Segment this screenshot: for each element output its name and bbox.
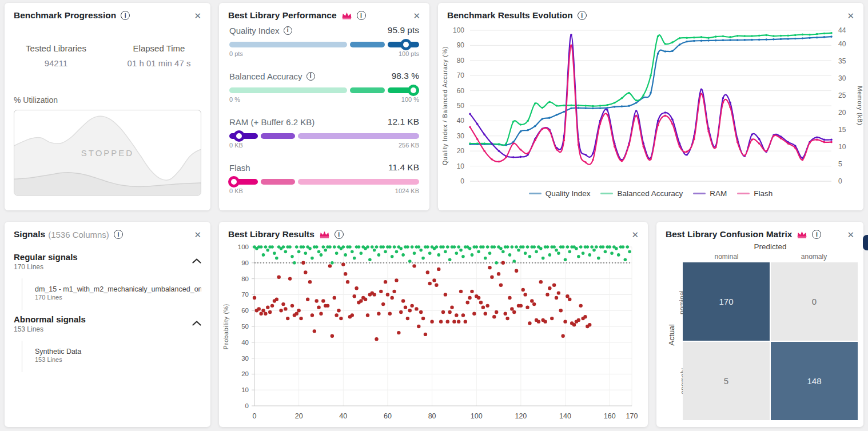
slider-max-label: 256 KB (399, 142, 419, 149)
svg-text:20: 20 (838, 109, 846, 117)
metric-ram: RAM (+ Buffer 6.2 KB) i 12.1 KB 0 KB 256… (229, 117, 419, 149)
legend-label: Flash (754, 189, 773, 198)
confusion-matrix-grid: 17005148 (683, 262, 858, 420)
svg-text:120: 120 (515, 412, 527, 420)
legend-item-flash[interactable]: Flash (737, 189, 773, 198)
signals-tree: dm_15 - m1_with_m2_mechanicaly_umbalance… (22, 278, 201, 310)
info-icon[interactable]: i (114, 230, 123, 239)
chevron-up-icon[interactable] (192, 256, 201, 266)
svg-text:10: 10 (241, 386, 249, 393)
signal-file-name: dm_15 - m1_with_m2_mechanicaly_umbalance… (35, 285, 201, 293)
edge-drawer-tab[interactable] (863, 235, 868, 250)
info-icon[interactable]: i (357, 11, 366, 20)
legend-swatch (529, 193, 541, 195)
actual-axis-title: Actual (667, 324, 676, 346)
stat-elapsed-time: Elapsed Time 01 h 01 min 47 s (107, 43, 210, 68)
panel-best-library-results: Best Library Results i ✕ 010203040506070… (219, 222, 648, 427)
ram-slider[interactable] (229, 133, 419, 139)
info-icon[interactable]: i (335, 230, 344, 239)
info-icon[interactable]: i (121, 11, 130, 20)
status-badge: STOPPED (14, 148, 201, 158)
svg-text:25: 25 (838, 91, 846, 99)
svg-text:15: 15 (838, 126, 846, 134)
flash-slider[interactable] (229, 179, 419, 185)
slider-knob[interactable] (233, 130, 245, 142)
svg-text:Memory (kB): Memory (kB) (857, 86, 863, 126)
signals-section-abnormal: Abnormal signals 153 Lines Synthetic Dat… (14, 314, 201, 372)
svg-text:90: 90 (457, 41, 465, 49)
legend-item-balanced-accuracy[interactable]: Balanced Accuracy (600, 189, 683, 198)
slider-knob[interactable] (408, 85, 419, 96)
slider-segment (350, 87, 385, 93)
info-icon[interactable]: i (306, 72, 315, 81)
svg-text:10: 10 (838, 143, 846, 151)
signal-file-name: Synthetic Data (35, 348, 201, 356)
slider-knob[interactable] (228, 176, 240, 187)
svg-text:40: 40 (241, 339, 249, 346)
signals-tree: Synthetic Data 153 Lines (22, 341, 201, 372)
slider-segment (261, 133, 295, 139)
slider-max-label: 100 pts (399, 50, 419, 57)
svg-text:30: 30 (457, 132, 465, 140)
close-icon[interactable]: ✕ (194, 11, 201, 20)
svg-text:160: 160 (604, 412, 616, 420)
section-title: Regular signals (14, 252, 78, 262)
stat-value: 94211 (5, 58, 107, 68)
svg-text:40: 40 (339, 412, 347, 420)
svg-text:35: 35 (838, 57, 846, 65)
svg-text:50: 50 (241, 323, 249, 330)
svg-text:0: 0 (245, 402, 249, 409)
info-icon[interactable]: i (284, 26, 292, 35)
close-icon[interactable]: ✕ (631, 230, 639, 239)
predicted-axis-title: Predicted (683, 242, 858, 251)
utilization-chart-box: STOPPED (14, 110, 201, 195)
evolution-chart[interactable]: 0102030405060708090100051015202530354044… (438, 23, 863, 189)
metric-balanced-accuracy: Balanced Accuracy i 98.3 % 0 % 100 % (229, 71, 419, 103)
slider-segment (298, 133, 419, 139)
legend-item-ram[interactable]: RAM (693, 189, 727, 198)
stat-label: Elapsed Time (107, 43, 210, 53)
close-icon[interactable]: ✕ (847, 11, 854, 20)
metric-flash: Flash i 11.4 KB 0 KB 1024 KB (229, 162, 419, 194)
svg-text:0: 0 (838, 177, 842, 185)
svg-text:100: 100 (453, 26, 464, 34)
metric-label: Flash (229, 163, 250, 173)
metric-label: Balanced Accuracy (229, 71, 302, 81)
quality-index-slider[interactable] (229, 42, 419, 47)
section-lines-count: 153 Lines (14, 325, 86, 333)
svg-text:90: 90 (241, 260, 249, 266)
crown-icon (319, 230, 330, 238)
panel-signals: Signals (1536 Columns) i ✕ Regular signa… (5, 222, 210, 427)
signals-columns-count: (1536 Columns) (48, 230, 109, 240)
close-icon[interactable]: ✕ (194, 230, 201, 239)
svg-text:10: 10 (457, 162, 465, 170)
balanced-accuracy-slider[interactable] (229, 87, 419, 93)
page-title-best-library-performance: Best Library Performance (228, 10, 337, 21)
signal-file-lines: 153 Lines (35, 356, 201, 363)
svg-text:80: 80 (428, 412, 436, 420)
close-icon[interactable]: ✕ (413, 11, 420, 20)
svg-text:60: 60 (241, 307, 249, 314)
slider-knob[interactable] (400, 39, 412, 50)
chevron-up-icon[interactable] (192, 318, 201, 328)
svg-text:60: 60 (384, 412, 392, 420)
page-title-signals: Signals (14, 229, 45, 240)
svg-text:40: 40 (457, 117, 465, 125)
legend-item-quality-index[interactable]: Quality Index (529, 189, 591, 198)
svg-text:50: 50 (457, 102, 465, 110)
metric-value: 11.4 KB (388, 162, 419, 173)
info-icon[interactable]: i (578, 11, 587, 20)
legend-swatch (737, 193, 750, 195)
list-item-signal-file[interactable]: Synthetic Data 153 Lines (35, 348, 201, 363)
legend-label: RAM (710, 189, 727, 198)
stat-label: Tested Libraries (5, 43, 107, 53)
results-scatter-chart[interactable]: 0102030405060708090100020406080100120140… (219, 241, 648, 425)
list-item-signal-file[interactable]: dm_15 - m1_with_m2_mechanicaly_umbalance… (35, 285, 201, 301)
col-label-anomaly: anomaly (770, 253, 858, 261)
svg-text:20: 20 (241, 370, 249, 377)
svg-text:170: 170 (626, 412, 638, 420)
slider-min-label: 0 pts (229, 50, 243, 57)
slider-max-label: 1024 KB (395, 187, 419, 194)
panel-best-library-performance: Best Library Performance i ✕ Quality Ind… (219, 3, 429, 210)
svg-text:70: 70 (457, 71, 465, 79)
